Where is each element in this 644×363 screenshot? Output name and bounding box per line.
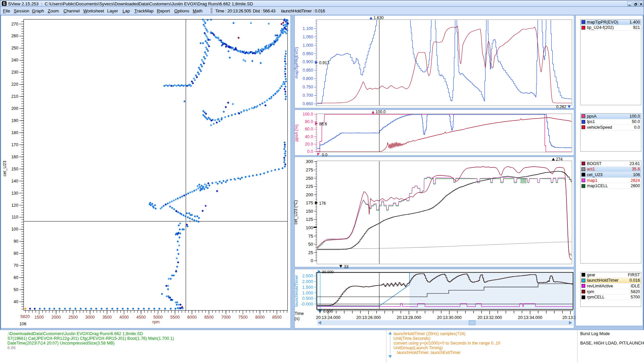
svg-text:220: 220 <box>11 82 18 87</box>
svg-text:-0.000: -0.000 <box>301 301 313 307</box>
svg-text:210: 210 <box>11 94 18 99</box>
svg-text:40: 40 <box>14 299 18 304</box>
svg-text:100: 100 <box>11 227 18 232</box>
svg-text:3500: 3500 <box>102 315 112 320</box>
svg-text:274: 274 <box>556 157 563 162</box>
svg-text:30.000: 30.000 <box>322 270 334 274</box>
svg-text:0.950: 0.950 <box>303 51 313 56</box>
svg-text:5000: 5000 <box>153 315 163 320</box>
svg-text:150: 150 <box>11 167 18 171</box>
svg-text:260: 260 <box>11 34 18 38</box>
svg-text:50: 50 <box>308 242 313 247</box>
svg-text:130: 130 <box>11 191 18 196</box>
svg-text:20:13:30.000: 20:13:30.000 <box>437 315 462 320</box>
svg-text:25: 25 <box>308 250 313 255</box>
svg-text:cet_U23 (°C): cet_U23 (°C) <box>293 200 298 224</box>
svg-text:200: 200 <box>11 106 18 111</box>
svg-text:1.000: 1.000 <box>302 290 313 295</box>
svg-text:1500: 1500 <box>35 315 44 320</box>
svg-text:240: 240 <box>11 58 18 63</box>
svg-text:20:13:28.000: 20:13:28.000 <box>397 315 421 320</box>
svg-text:190: 190 <box>11 118 18 123</box>
svg-text:0.262: 0.262 <box>556 105 566 109</box>
svg-text:rpm: rpm <box>152 320 160 324</box>
svg-text:0.0: 0.0 <box>307 149 313 154</box>
svg-text:125: 125 <box>306 217 313 222</box>
svg-text:100.0: 100.0 <box>303 112 313 117</box>
svg-text:4000: 4000 <box>119 315 129 320</box>
svg-text:1.000: 1.000 <box>303 43 313 48</box>
svg-text:0.650: 0.650 <box>303 102 313 106</box>
svg-text:6000: 6000 <box>187 315 197 320</box>
svg-text:160: 160 <box>11 155 18 159</box>
svg-text:launchHoldTimer: launchHoldTimer <box>294 275 299 307</box>
svg-text:90: 90 <box>14 239 18 244</box>
svg-text:0.700: 0.700 <box>303 93 313 98</box>
svg-text:100: 100 <box>306 225 313 230</box>
svg-text:70: 70 <box>14 263 18 268</box>
svg-text:8000: 8000 <box>255 315 265 320</box>
svg-text:20.0: 20.0 <box>305 142 313 147</box>
svg-text:75: 75 <box>308 234 313 239</box>
svg-text:225: 225 <box>306 184 313 189</box>
svg-text:20:13:36: 20:13:36 <box>562 315 579 320</box>
svg-text:300: 300 <box>306 159 313 164</box>
svg-text:180: 180 <box>11 130 18 135</box>
svg-text:1.100: 1.100 <box>303 26 313 31</box>
svg-text:7500: 7500 <box>238 315 248 320</box>
svg-text:2000: 2000 <box>51 315 61 320</box>
svg-text:7000: 7000 <box>221 315 231 320</box>
svg-text:0: 0 <box>311 258 313 263</box>
svg-text:1.500: 1.500 <box>302 285 313 290</box>
svg-text:mapTipPR(EVO): mapTipPR(EVO) <box>294 47 299 78</box>
svg-text:176: 176 <box>319 201 326 206</box>
svg-text:110: 110 <box>12 215 18 219</box>
svg-text:1.050: 1.050 <box>303 35 313 39</box>
svg-text:ppsA (%): ppsA (%) <box>294 124 299 142</box>
svg-text:200: 200 <box>306 192 313 197</box>
svg-text:86.6: 86.6 <box>319 122 327 126</box>
svg-text:20:13:32.000: 20:13:32.000 <box>477 315 502 320</box>
svg-text:100.0: 100.0 <box>376 110 386 114</box>
svg-text:60.0: 60.0 <box>305 127 313 131</box>
svg-text:5820: 5820 <box>20 314 30 319</box>
svg-text:(s): (s) <box>295 316 300 321</box>
svg-text:50: 50 <box>14 287 18 292</box>
svg-text:3000: 3000 <box>85 315 95 320</box>
svg-text:270: 270 <box>11 22 18 27</box>
svg-text:120: 120 <box>11 203 18 208</box>
svg-text:4500: 4500 <box>136 315 146 320</box>
svg-text:80: 80 <box>14 251 18 256</box>
svg-text:106: 106 <box>19 322 27 326</box>
svg-text:6500: 6500 <box>204 315 214 320</box>
svg-text:20:13:34.000: 20:13:34.000 <box>518 315 542 320</box>
svg-text:0.917: 0.917 <box>319 61 329 65</box>
svg-text:cet_U23: cet_U23 <box>2 161 7 176</box>
svg-text:5500: 5500 <box>170 315 180 320</box>
svg-text:175: 175 <box>306 200 313 205</box>
svg-text:170: 170 <box>11 143 18 147</box>
svg-text:275: 275 <box>306 167 313 172</box>
svg-text:250: 250 <box>11 46 18 50</box>
svg-text:80.0: 80.0 <box>305 119 313 124</box>
svg-text:0.900: 0.900 <box>303 59 313 64</box>
svg-text:2.500: 2.500 <box>302 273 313 278</box>
svg-text:0.500: 0.500 <box>302 296 313 301</box>
svg-text:0.750: 0.750 <box>303 85 313 89</box>
svg-text:60: 60 <box>14 275 18 280</box>
svg-text:150: 150 <box>306 209 313 214</box>
svg-text:0.850: 0.850 <box>303 68 313 73</box>
svg-text:0.0: 0.0 <box>322 153 328 157</box>
svg-text:250: 250 <box>306 176 313 181</box>
svg-text:8500: 8500 <box>272 315 282 320</box>
svg-text:0.800: 0.800 <box>303 76 313 81</box>
svg-text:2.000: 2.000 <box>302 279 313 284</box>
svg-text:20:13:26.000: 20:13:26.000 <box>356 315 381 320</box>
svg-text:140: 140 <box>11 179 18 184</box>
svg-text:Time: Time <box>295 311 304 316</box>
svg-text:2500: 2500 <box>68 315 78 320</box>
svg-text:230: 230 <box>11 70 18 75</box>
svg-text:20:13:24.000: 20:13:24.000 <box>316 315 340 320</box>
svg-text:1.630: 1.630 <box>374 15 384 20</box>
svg-text:33: 33 <box>344 265 349 269</box>
